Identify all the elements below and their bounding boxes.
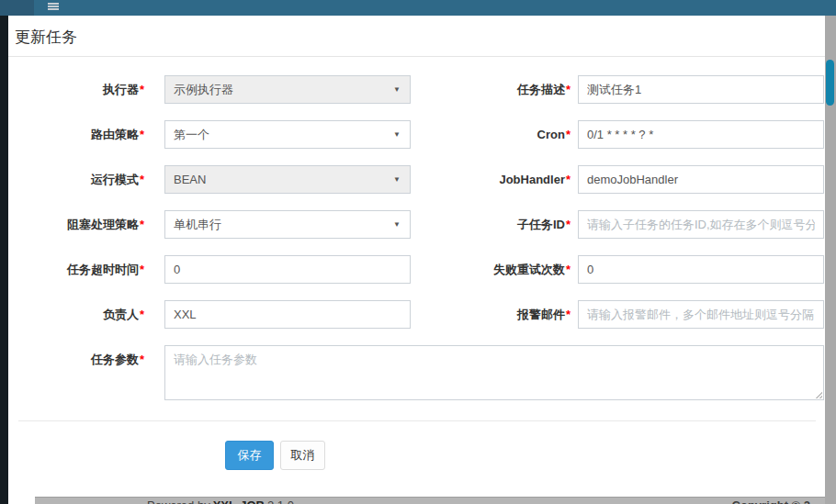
required-asterisk: * bbox=[566, 128, 571, 141]
required-asterisk: * bbox=[140, 218, 144, 231]
route-strategy-select[interactable]: 第一个 ▼ bbox=[164, 120, 411, 149]
modal-title: 更新任务 bbox=[15, 27, 77, 48]
caret-down-icon: ▼ bbox=[393, 220, 401, 229]
timeout-input[interactable] bbox=[164, 255, 411, 284]
executor-select-value: 示例执行器 bbox=[174, 76, 388, 103]
author-label: 负责人* bbox=[8, 300, 144, 329]
form-row-route: 路由策略* 第一个 ▼ Cron* bbox=[8, 120, 825, 149]
fail-retry-label: 失败重试次数* bbox=[426, 255, 571, 284]
form-row-job-param: 任务参数* bbox=[8, 345, 825, 400]
caret-down-icon: ▼ bbox=[393, 175, 401, 184]
required-asterisk: * bbox=[140, 353, 144, 366]
route-strategy-select-value: 第一个 bbox=[174, 121, 388, 148]
job-handler-input[interactable] bbox=[578, 165, 824, 194]
caret-down-icon: ▼ bbox=[393, 85, 401, 94]
block-strategy-select[interactable]: 单机串行 ▼ bbox=[164, 210, 411, 239]
required-asterisk: * bbox=[566, 308, 571, 321]
job-desc-input[interactable] bbox=[578, 75, 824, 104]
job-param-textarea[interactable] bbox=[164, 345, 824, 400]
scrollbar-track[interactable] bbox=[825, 16, 836, 504]
required-asterisk: * bbox=[566, 218, 571, 231]
modal-footer-divider bbox=[18, 420, 816, 421]
timeout-label: 任务超时时间* bbox=[8, 255, 144, 284]
modal-header: 更新任务 bbox=[8, 16, 825, 57]
sidebar-edge bbox=[0, 16, 8, 504]
form-row-executor: 执行器* 示例执行器 ▼ 任务描述* bbox=[8, 75, 825, 104]
cancel-button[interactable]: 取消 bbox=[280, 441, 325, 470]
brand-name: XXL-JOB bbox=[213, 498, 265, 504]
caret-down-icon: ▼ bbox=[393, 130, 401, 139]
form-row-block-strategy: 阻塞处理策略* 单机串行 ▼ 子任务ID* bbox=[8, 210, 825, 239]
copyright-text: Copyright © 2 bbox=[732, 498, 810, 504]
job-param-label: 任务参数* bbox=[8, 345, 144, 374]
scrollbar-thumb[interactable] bbox=[826, 60, 834, 106]
required-asterisk: * bbox=[140, 263, 144, 276]
required-asterisk: * bbox=[566, 263, 571, 276]
cron-label: Cron* bbox=[426, 120, 571, 149]
child-job-id-input[interactable] bbox=[578, 210, 824, 239]
route-strategy-label: 路由策略* bbox=[8, 120, 144, 149]
form-row-glue-type: 运行模式* BEAN ▼ JobHandler* bbox=[8, 165, 825, 194]
required-asterisk: * bbox=[140, 173, 144, 186]
alarm-email-label: 报警邮件* bbox=[426, 300, 571, 329]
author-input[interactable] bbox=[164, 300, 411, 329]
required-asterisk: * bbox=[566, 83, 571, 96]
child-job-id-label: 子任务ID* bbox=[426, 210, 571, 239]
save-button[interactable]: 保存 bbox=[225, 441, 274, 470]
job-param-field bbox=[164, 345, 824, 400]
required-asterisk: * bbox=[140, 83, 144, 96]
update-job-modal: 更新任务 执行器* 示例执行器 ▼ 任务描述* 路由策略* 第一个 ▼ Cron… bbox=[8, 16, 825, 494]
cron-input[interactable] bbox=[578, 120, 824, 149]
alarm-email-input[interactable] bbox=[578, 300, 824, 329]
job-handler-label: JobHandler* bbox=[426, 165, 571, 194]
form-row-author: 负责人* 报警邮件* bbox=[8, 300, 825, 329]
hamburger-menu-icon[interactable] bbox=[48, 3, 59, 13]
block-strategy-select-value: 单机串行 bbox=[174, 211, 388, 238]
glue-type-label: 运行模式* bbox=[8, 165, 144, 194]
required-asterisk: * bbox=[566, 173, 571, 186]
glue-type-select: BEAN ▼ bbox=[164, 165, 411, 194]
block-strategy-label: 阻塞处理策略* bbox=[8, 210, 144, 239]
executor-select: 示例执行器 ▼ bbox=[164, 75, 411, 104]
page-footer: Powered byXXL-JOB2.1.0 Copyright © 2 bbox=[35, 497, 825, 504]
required-asterisk: * bbox=[140, 308, 144, 321]
navbar-logo bbox=[0, 0, 34, 16]
fail-retry-input[interactable] bbox=[578, 255, 824, 284]
glue-type-select-value: BEAN bbox=[174, 166, 388, 193]
brand-version: 2.1.0 bbox=[267, 498, 294, 504]
form-row-timeout: 任务超时时间* 失败重试次数* bbox=[8, 255, 825, 284]
required-asterisk: * bbox=[140, 128, 144, 141]
executor-label: 执行器* bbox=[8, 75, 144, 104]
job-desc-label: 任务描述* bbox=[426, 75, 571, 104]
powered-by-prefix: Powered by bbox=[147, 498, 210, 504]
powered-by-text: Powered byXXL-JOB2.1.0 bbox=[147, 498, 294, 504]
top-navbar bbox=[0, 0, 836, 16]
